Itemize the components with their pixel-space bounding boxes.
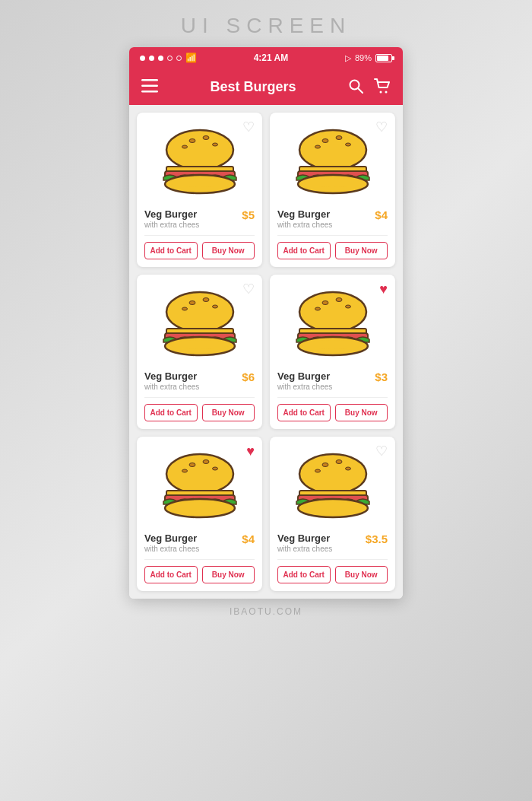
svg-point-8	[189, 139, 195, 143]
svg-point-7	[166, 130, 233, 170]
svg-point-25	[166, 292, 233, 332]
svg-point-28	[212, 305, 217, 308]
buy-now-button-2[interactable]: Buy Now	[335, 242, 388, 259]
svg-point-55	[345, 467, 350, 470]
svg-point-37	[345, 305, 350, 308]
nav-bar: Best Burgers	[129, 68, 403, 105]
svg-point-51	[168, 502, 232, 511]
add-to-cart-button-3[interactable]: Add to Cart	[144, 404, 198, 421]
nav-icons	[348, 78, 391, 96]
item-price-4: $3	[375, 370, 388, 383]
svg-point-44	[189, 463, 195, 467]
item-name-3: Veg Burger	[144, 370, 199, 382]
svg-point-18	[336, 136, 342, 140]
item-desc-3: with extra chees	[144, 383, 199, 391]
burger-image-2	[277, 120, 388, 204]
favorite-button-2[interactable]: ♡	[375, 120, 388, 134]
svg-point-9	[203, 136, 209, 140]
product-card-4: ♥ Veg Burger with extra chee	[270, 275, 395, 429]
card-actions-6: Add to Cart Buy Now	[277, 559, 388, 583]
svg-rect-0	[141, 79, 158, 81]
card-actions-5: Add to Cart Buy Now	[144, 559, 255, 583]
card-actions-1: Add to Cart Buy Now	[144, 235, 255, 259]
svg-point-34	[299, 292, 366, 332]
svg-point-17	[322, 139, 328, 143]
item-name-1: Veg Burger	[144, 208, 199, 220]
favorite-button-4[interactable]: ♥	[379, 282, 388, 296]
add-to-cart-button-4[interactable]: Add to Cart	[277, 404, 331, 421]
svg-point-36	[336, 298, 342, 302]
item-desc-6: with extra chees	[277, 545, 332, 553]
burger-image-6	[277, 444, 388, 528]
location-icon: ▷	[345, 53, 351, 63]
svg-point-24	[301, 178, 365, 187]
hamburger-icon	[141, 79, 158, 93]
svg-line-4	[358, 88, 363, 93]
add-to-cart-button-1[interactable]: Add to Cart	[144, 242, 198, 259]
favorite-button-5[interactable]: ♥	[246, 444, 255, 458]
add-to-cart-button-5[interactable]: Add to Cart	[144, 566, 198, 583]
svg-point-43	[166, 454, 233, 494]
item-price-1: $5	[242, 208, 255, 221]
item-name-5: Veg Burger	[144, 532, 199, 544]
search-button[interactable]	[348, 78, 363, 96]
item-details-3: Veg Burger with extra chees	[144, 370, 199, 391]
svg-point-29	[182, 307, 187, 310]
phone-frame: 📶 4:21 AM ▷ 89% Best Burgers	[129, 47, 403, 599]
svg-point-20	[315, 145, 320, 148]
product-card-3: ♡ Veg Burger with extra chee	[137, 275, 262, 429]
buy-now-button-6[interactable]: Buy Now	[335, 566, 388, 583]
status-bar: 📶 4:21 AM ▷ 89%	[129, 47, 403, 68]
svg-rect-1	[141, 84, 158, 87]
battery-percent: 89%	[355, 53, 372, 62]
card-actions-4: Add to Cart Buy Now	[277, 397, 388, 421]
cart-button[interactable]	[374, 78, 391, 96]
svg-point-52	[299, 454, 366, 494]
page-title: UI SCREEN	[181, 14, 351, 38]
item-desc-5: with extra chees	[144, 545, 199, 553]
content-area: ♡ Veg Burger with extra chee	[129, 105, 403, 599]
battery-area: ▷ 89%	[345, 53, 392, 63]
svg-point-11	[182, 145, 187, 148]
product-card-6: ♡ Veg Burger with extra chee	[270, 437, 395, 591]
buy-now-button-1[interactable]: Buy Now	[202, 242, 255, 259]
card-info-3: Veg Burger with extra chees $6	[144, 370, 255, 391]
svg-point-10	[212, 143, 217, 146]
product-card-1: ♡ Veg Burger with extra chee	[137, 113, 262, 267]
item-details-2: Veg Burger with extra chees	[277, 208, 332, 229]
svg-point-27	[203, 298, 209, 302]
item-details-6: Veg Burger with extra chees	[277, 532, 332, 553]
svg-point-46	[212, 467, 217, 470]
burger-image-5	[144, 444, 255, 528]
add-to-cart-button-2[interactable]: Add to Cart	[277, 242, 331, 259]
favorite-button-1[interactable]: ♡	[242, 120, 255, 134]
buy-now-button-5[interactable]: Buy Now	[202, 566, 255, 583]
item-desc-4: with extra chees	[277, 383, 332, 391]
svg-point-54	[336, 460, 342, 464]
product-card-2: ♡ Veg Burger with extra chee	[270, 113, 395, 267]
favorite-button-6[interactable]: ♡	[375, 444, 388, 458]
signal-dot-1	[140, 56, 145, 61]
item-price-2: $4	[375, 208, 388, 221]
svg-point-56	[315, 469, 320, 472]
item-details-5: Veg Burger with extra chees	[144, 532, 199, 553]
svg-point-33	[168, 340, 232, 349]
card-info-5: Veg Burger with extra chees $4	[144, 532, 255, 553]
menu-button[interactable]	[141, 79, 158, 95]
add-to-cart-button-6[interactable]: Add to Cart	[277, 566, 331, 583]
item-price-3: $6	[242, 370, 255, 383]
favorite-button-3[interactable]: ♡	[242, 282, 255, 296]
buy-now-button-3[interactable]: Buy Now	[202, 404, 255, 421]
item-name-4: Veg Burger	[277, 370, 332, 382]
item-desc-1: with extra chees	[144, 221, 199, 229]
footer-text: IBAOTU.COM	[230, 606, 302, 617]
burger-image-1	[144, 120, 255, 204]
svg-point-53	[322, 463, 328, 467]
card-info-1: Veg Burger with extra chees $5	[144, 208, 255, 229]
burger-image-3	[144, 282, 255, 366]
signal-dot-4	[167, 56, 173, 61]
item-price-5: $4	[242, 532, 255, 545]
item-details-1: Veg Burger with extra chees	[144, 208, 199, 229]
svg-rect-2	[141, 91, 158, 93]
buy-now-button-4[interactable]: Buy Now	[335, 404, 388, 421]
